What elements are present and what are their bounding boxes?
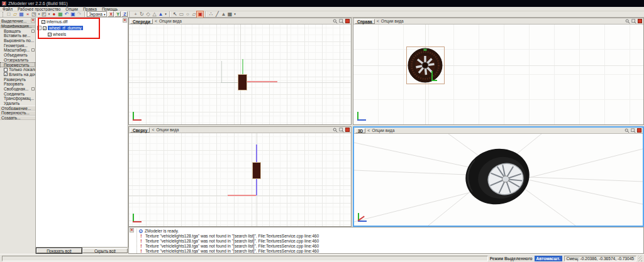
faces-mode-icon[interactable]: ▲: [220, 11, 226, 18]
sidebar-item-display[interactable]: Отображение...: [0, 106, 35, 111]
collapse-minus-icon[interactable]: −: [37, 26, 42, 30]
viewport-front-canvas[interactable]: [129, 25, 351, 124]
zoom-icon[interactable]: [333, 128, 338, 133]
select-quad-icon[interactable]: ▭: [178, 11, 184, 18]
save-icon[interactable]: ▦: [18, 11, 25, 18]
rotate-gizmo-icon[interactable]: ↻: [138, 11, 145, 18]
zoom-extents-icon[interactable]: [631, 128, 636, 133]
dropdown-arrow-icon[interactable]: ▾: [233, 11, 236, 18]
select-circle-icon[interactable]: ○: [184, 11, 191, 18]
sidebar-item-select[interactable]: Выделение...: [0, 19, 35, 24]
zoom-extents-icon[interactable]: [339, 19, 344, 24]
close-scene-panel-button[interactable]: ✕: [123, 18, 127, 23]
checkbox-icon[interactable]: [4, 68, 8, 72]
sidebar-item-rotate[interactable]: Вращать: [0, 28, 35, 33]
sidebar-item-unite[interactable]: Объединить: [0, 53, 35, 58]
tree-row-infernus[interactable]: ✓ infernus.dff: [42, 19, 68, 25]
sidebar-item-scale[interactable]: Масштабир...: [0, 48, 35, 53]
gizmo-x-axis[interactable]: [247, 81, 277, 82]
redo-icon[interactable]: ↷: [76, 11, 82, 18]
close-sidebar-button[interactable]: ✕: [31, 18, 35, 23]
menu-item[interactable]: Помощь: [99, 7, 120, 11]
viewport-front[interactable]: Спереди < Опции вида: [128, 18, 352, 125]
export-icon[interactable]: ◰: [41, 11, 47, 18]
show-all-button[interactable]: Показать всё: [36, 248, 82, 253]
zoom-extents-icon[interactable]: [631, 19, 636, 24]
viewport-right[interactable]: Справа < Опции вида: [353, 18, 644, 125]
sidebar-item-move[interactable]: Переместить: [0, 62, 35, 67]
view-options-label[interactable]: Опции вида: [381, 19, 623, 23]
collapse-arrow-icon[interactable]: <: [155, 19, 157, 23]
texture-image-icon[interactable]: ▦: [57, 11, 64, 18]
viewport-3d-button[interactable]: 3D: [355, 128, 365, 133]
sidebar-item-attach[interactable]: Соединить: [0, 91, 35, 96]
sidebar-item-detach[interactable]: Разорвать: [0, 82, 35, 87]
tree-label-selected[interactable]: wheel_rf_dummy: [48, 26, 83, 30]
new-file-icon[interactable]: □: [6, 11, 12, 18]
hide-all-button[interactable]: Скрыть всё: [82, 248, 128, 253]
viewport-top-button[interactable]: Сверху: [130, 128, 150, 133]
maximize-viewport-button[interactable]: [345, 19, 350, 23]
sidebar-item-geometry[interactable]: Геометрия...: [0, 43, 35, 48]
tree-label[interactable]: wheels: [53, 32, 66, 36]
zoom-icon[interactable]: [333, 19, 338, 24]
viewport-top-canvas[interactable]: [129, 133, 351, 226]
wheel-side-mesh[interactable]: [238, 74, 247, 90]
toolbar-grip[interactable]: [3, 12, 4, 17]
collapse-arrow-icon[interactable]: <: [367, 128, 370, 133]
sidebar-item-delete[interactable]: Удалить: [0, 101, 35, 106]
axis-y-button[interactable]: Y: [114, 11, 121, 17]
coord-space-select[interactable]: Экрана ▾: [87, 11, 107, 17]
menu-item[interactable]: Рабочее пространство: [15, 7, 63, 11]
sidebar-item-unwrap[interactable]: Развернуть: [0, 77, 35, 82]
checkbox-checked-icon[interactable]: ✓: [43, 26, 47, 30]
checkbox-checked-icon[interactable]: ✓: [42, 20, 45, 24]
close-log-button[interactable]: ✕: [130, 228, 134, 232]
viewport-3d-canvas[interactable]: [354, 134, 643, 226]
menu-item[interactable]: Опции: [63, 7, 80, 11]
sidebar-check-local-only[interactable]: Только локальн.: [0, 67, 35, 72]
view-options-label[interactable]: Опции вида: [372, 128, 623, 133]
axis-x-button[interactable]: X: [108, 11, 114, 17]
wheel-top-mesh[interactable]: [252, 162, 261, 179]
axis-z-button[interactable]: Z: [121, 11, 128, 17]
sidebar-item-free[interactable]: Свободная...: [0, 87, 35, 92]
gizmo-red-axis[interactable]: [228, 195, 256, 196]
checkbox-checked-icon[interactable]: ✓: [48, 33, 52, 36]
tree-label[interactable]: infernus.dff: [47, 19, 68, 24]
embed-script-icon[interactable]: ▣: [70, 11, 76, 18]
gizmo-y-axis[interactable]: [242, 59, 243, 74]
vertices-mode-icon[interactable]: ∴: [208, 11, 214, 18]
sidebar-item-insert-vertex[interactable]: Вставить ве...: [0, 33, 35, 38]
collapse-arrow-icon[interactable]: <: [377, 19, 379, 23]
edges-mode-icon[interactable]: ╱: [214, 11, 220, 18]
zoom-extents-icon[interactable]: [339, 128, 344, 133]
sidebar-item-transform[interactable]: Трансформац...: [0, 96, 35, 101]
delete-icon[interactable]: ×: [25, 11, 31, 18]
zoom-icon[interactable]: [625, 128, 630, 133]
objects-mode-icon[interactable]: ▦: [226, 11, 233, 18]
viewport-front-button[interactable]: Спереди: [130, 19, 153, 24]
maximize-viewport-button[interactable]: [638, 19, 642, 23]
zoom-icon[interactable]: [625, 19, 630, 24]
menu-item[interactable]: Правка: [80, 7, 99, 11]
view-options-label[interactable]: Опции вида: [159, 19, 331, 23]
sidebar-check-affect-children[interactable]: Влиять на дочерн.: [0, 72, 35, 77]
sidebar-item-align[interactable]: Выровнять по...: [0, 38, 35, 43]
menu-item[interactable]: Файл: [0, 7, 15, 11]
tree-row-wheel-dummy[interactable]: − ✓ wheel_rf_dummy: [37, 25, 83, 31]
move-gizmo-icon[interactable]: +: [132, 11, 138, 18]
maximize-viewport-button[interactable]: [637, 128, 641, 133]
open-file-icon[interactable]: ▱: [12, 11, 18, 18]
viewport-right-button[interactable]: Справа: [355, 19, 375, 24]
gizmo-green-axis[interactable]: [431, 80, 437, 81]
wheel-front-mesh[interactable]: [407, 47, 443, 84]
collapse-arrow-icon[interactable]: <: [152, 128, 154, 132]
autoscale-badge[interactable]: Автомасшт.: [535, 256, 562, 261]
snap-gizmo-icon[interactable]: △: [151, 11, 157, 18]
undo-icon[interactable]: ↶: [64, 11, 70, 18]
sidebar-item-create[interactable]: Создать...: [0, 116, 35, 121]
sidebar-item-modify[interactable]: Модификация...: [0, 24, 35, 29]
viewport-top[interactable]: Сверху < Опции вида: [128, 126, 352, 227]
viewport-right-canvas[interactable]: [353, 25, 643, 124]
